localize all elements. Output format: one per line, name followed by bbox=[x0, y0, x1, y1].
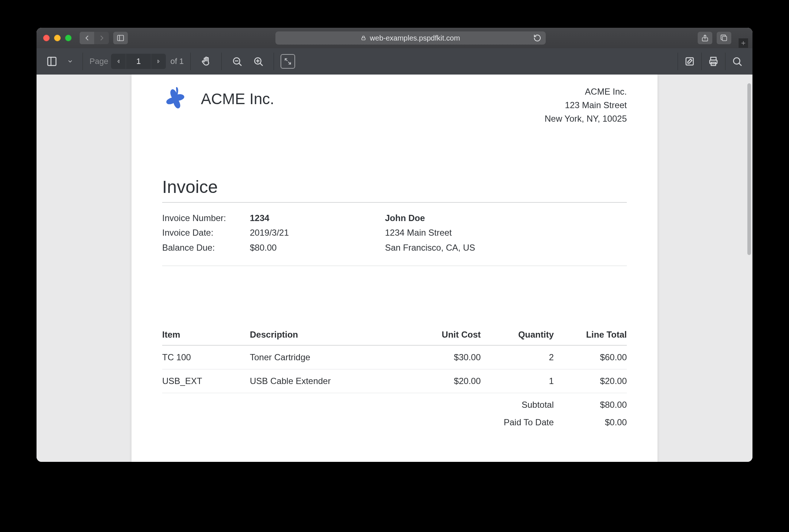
next-page-button[interactable] bbox=[151, 54, 166, 69]
thumbnails-button[interactable] bbox=[43, 53, 61, 70]
svg-rect-4 bbox=[722, 36, 727, 41]
billto-name: John Doe bbox=[385, 211, 475, 226]
titlebar: web-examples.pspdfkit.com bbox=[37, 28, 752, 48]
chevron-right-icon bbox=[98, 34, 106, 42]
page-navigator: Page 1 of 1 bbox=[89, 54, 184, 69]
share-icon bbox=[701, 34, 709, 42]
separator bbox=[83, 53, 83, 70]
sidebar-icon bbox=[117, 34, 125, 42]
edit-icon bbox=[684, 56, 695, 67]
search-button[interactable] bbox=[728, 53, 746, 70]
new-tab-button[interactable] bbox=[739, 38, 748, 48]
pan-tool-button[interactable] bbox=[197, 53, 215, 70]
totals: Subtotal $80.00 Paid To Date $0.00 bbox=[162, 396, 627, 431]
line-items-table: Item Description Unit Cost Quantity Line… bbox=[162, 324, 627, 393]
cell-line: $20.00 bbox=[554, 369, 627, 393]
col-line-total: Line Total bbox=[554, 324, 627, 345]
billto-city: San Francisco, CA, US bbox=[385, 240, 475, 255]
company-address: ACME Inc. 123 Main Street New York, NY, … bbox=[545, 85, 627, 126]
svg-line-19 bbox=[289, 62, 291, 64]
zoom-out-button[interactable] bbox=[228, 53, 246, 70]
svg-marker-9 bbox=[118, 60, 119, 63]
window-controls bbox=[41, 35, 72, 41]
hand-icon bbox=[201, 56, 211, 67]
separator bbox=[701, 53, 702, 70]
invoice-number-label: Invoice Number: bbox=[162, 211, 250, 226]
browser-window: web-examples.pspdfkit.com Page bbox=[37, 28, 752, 462]
svg-line-12 bbox=[239, 63, 241, 65]
tabs-button[interactable] bbox=[717, 32, 731, 44]
minimize-window-button[interactable] bbox=[54, 35, 61, 41]
caret-down-icon bbox=[67, 58, 73, 64]
billto-street: 1234 Main Street bbox=[385, 225, 475, 240]
addr-line: 123 Main Street bbox=[545, 98, 627, 112]
view-mode-dropdown[interactable] bbox=[64, 53, 76, 70]
zoom-window-button[interactable] bbox=[65, 35, 72, 41]
back-button[interactable] bbox=[80, 32, 94, 44]
invoice-date: 2019/3/21 bbox=[250, 225, 289, 240]
plus-icon bbox=[740, 40, 746, 46]
separator bbox=[274, 53, 274, 70]
table-header-row: Item Description Unit Cost Quantity Line… bbox=[162, 324, 627, 345]
cell-qty: 1 bbox=[481, 369, 554, 393]
annotate-button[interactable] bbox=[681, 53, 698, 70]
separator bbox=[725, 53, 725, 70]
paid-value: $0.00 bbox=[554, 417, 627, 428]
print-icon bbox=[708, 56, 719, 67]
table-row: USB_EXT USB Cable Extender $20.00 1 $20.… bbox=[162, 369, 627, 393]
col-description: Description bbox=[250, 324, 408, 345]
forward-button[interactable] bbox=[94, 32, 109, 44]
zoom-in-button[interactable] bbox=[249, 53, 267, 70]
triangle-right-icon bbox=[156, 58, 161, 64]
titlebar-right bbox=[698, 32, 731, 44]
separator bbox=[678, 53, 678, 70]
close-window-button[interactable] bbox=[43, 35, 50, 41]
fit-page-button[interactable] bbox=[281, 54, 295, 69]
vertical-scrollbar[interactable] bbox=[747, 83, 751, 255]
company-logo-icon bbox=[162, 85, 191, 113]
bill-to: John Doe 1234 Main Street San Francisco,… bbox=[385, 211, 475, 255]
table-row: TC 100 Toner Cartridge $30.00 2 $60.00 bbox=[162, 345, 627, 369]
divider bbox=[162, 266, 627, 266]
col-quantity: Quantity bbox=[481, 324, 554, 345]
col-item: Item bbox=[162, 324, 250, 345]
invoice-date-label: Invoice Date: bbox=[162, 225, 250, 240]
balance-due: $80.00 bbox=[250, 240, 277, 255]
share-button[interactable] bbox=[698, 32, 712, 44]
page-count: of 1 bbox=[170, 57, 184, 66]
page-label: Page bbox=[89, 57, 108, 66]
prev-page-button[interactable] bbox=[111, 54, 126, 69]
subtotal-value: $80.00 bbox=[554, 400, 627, 410]
company-name: ACME Inc. bbox=[201, 90, 274, 108]
divider bbox=[162, 202, 627, 203]
brand: ACME Inc. bbox=[162, 85, 274, 113]
page-number-input[interactable]: 1 bbox=[126, 54, 151, 69]
subtotal-label: Subtotal bbox=[459, 400, 554, 410]
cell-desc: USB Cable Extender bbox=[250, 369, 408, 393]
address-bar[interactable]: web-examples.pspdfkit.com bbox=[275, 31, 546, 45]
triangle-left-icon bbox=[115, 58, 121, 64]
pdf-toolbar: Page 1 of 1 bbox=[37, 48, 752, 75]
zoom-in-icon bbox=[253, 56, 264, 67]
expand-icon bbox=[284, 58, 291, 65]
svg-marker-10 bbox=[158, 60, 159, 63]
paid-label: Paid To Date bbox=[459, 417, 554, 428]
pdf-viewport[interactable]: ACME Inc. ACME Inc. 123 Main Street New … bbox=[37, 75, 752, 462]
svg-rect-20 bbox=[686, 58, 693, 65]
reload-icon[interactable] bbox=[533, 34, 541, 42]
svg-line-18 bbox=[285, 59, 287, 61]
print-button[interactable] bbox=[705, 53, 722, 70]
cell-item: USB_EXT bbox=[162, 369, 250, 393]
svg-rect-7 bbox=[48, 57, 56, 66]
url-text: web-examples.pspdfkit.com bbox=[370, 34, 460, 42]
sidebar-toggle-button[interactable] bbox=[113, 32, 128, 44]
zoom-out-icon bbox=[232, 56, 243, 67]
balance-due-label: Balance Due: bbox=[162, 240, 250, 255]
cell-qty: 2 bbox=[481, 345, 554, 369]
cell-unit: $20.00 bbox=[408, 369, 481, 393]
invoice-title: Invoice bbox=[162, 177, 627, 197]
svg-rect-0 bbox=[118, 35, 124, 41]
svg-rect-2 bbox=[362, 38, 365, 40]
cell-item: TC 100 bbox=[162, 345, 250, 369]
nav-back-forward bbox=[80, 32, 109, 44]
